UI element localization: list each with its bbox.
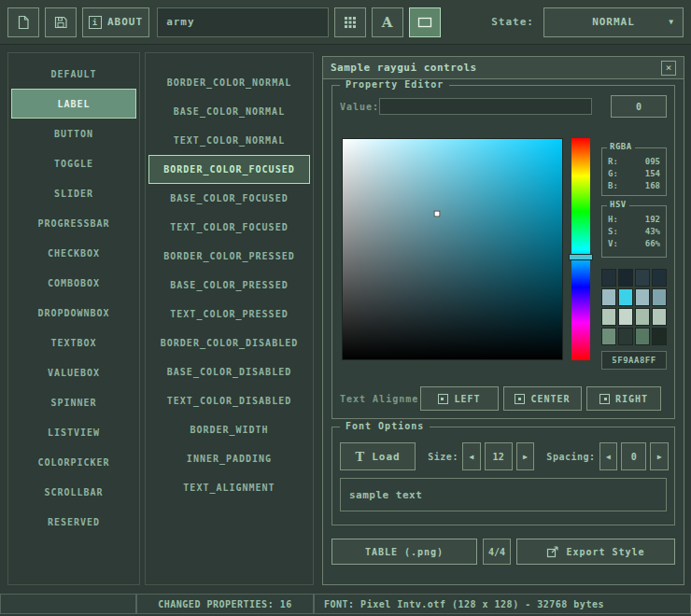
property-item-border-color-focused[interactable]: BORDER_COLOR_FOCUSED (148, 155, 310, 184)
control-item-default[interactable]: DEFAULT (11, 59, 136, 89)
style-name-input[interactable] (157, 7, 329, 37)
palette-swatch-4[interactable] (601, 288, 616, 306)
palette-swatch-9[interactable] (618, 308, 633, 326)
pages-value-box[interactable]: 4/4 (483, 539, 511, 565)
property-editor-title: Property Editor (340, 79, 449, 90)
style-table-button[interactable] (334, 7, 366, 37)
export-row: TABLE (.png) 4/4 Export Style (331, 539, 675, 565)
property-item-border-color-normal[interactable]: BORDER_COLOR_NORMAL (148, 68, 310, 97)
rgba-g-row: G:154 (606, 168, 662, 180)
hsv-v-row: V:66% (606, 238, 662, 250)
property-item-border-color-pressed[interactable]: BORDER_COLOR_PRESSED (148, 242, 310, 271)
status-font-info: FONT: Pixel Intv.otf (128 x 128) - 32768… (314, 594, 691, 614)
palette-swatch-11[interactable] (652, 308, 667, 326)
status-changed-properties: CHANGED PROPERTIES: 16 (136, 594, 314, 614)
spacing-decrease-button[interactable]: ◀ (599, 442, 618, 470)
table-format-button[interactable]: TABLE (.png) (331, 539, 477, 565)
sample-text-box[interactable]: sample text (340, 478, 667, 511)
palette-swatch-0[interactable] (601, 269, 616, 287)
palette-swatch-1[interactable] (618, 269, 633, 287)
spacing-value-box[interactable]: 0 (621, 442, 646, 470)
size-increase-button[interactable]: ▶ (516, 442, 535, 470)
file-icon (16, 15, 31, 30)
control-item-progressbar[interactable]: PROGRESSBAR (11, 208, 136, 238)
control-item-valuebox[interactable]: VALUEBOX (11, 357, 136, 387)
color-selector-dot[interactable] (434, 211, 441, 217)
font-row: T Load Size: ◀ 12 ▶ Spacing: ◀ 0 ▶ (340, 442, 669, 470)
controls-list: DEFAULTLABELBUTTONTOGGLESLIDERPROGRESSBA… (7, 52, 140, 585)
property-item-base-color-disabled[interactable]: BASE_COLOR_DISABLED (148, 357, 310, 386)
hsv-group: HSV H:192 S:43% V:66% (601, 205, 667, 258)
hue-slider[interactable] (571, 138, 590, 360)
align-right-button[interactable]: RIGHT (586, 386, 661, 411)
control-item-reserved[interactable]: RESERVED (11, 507, 136, 537)
font-view-button[interactable]: A (372, 7, 403, 37)
align-center-icon (515, 394, 525, 404)
palette-swatch-3[interactable] (652, 269, 667, 287)
text-alignment-label: Text Alignme (340, 394, 420, 404)
align-center-button[interactable]: CENTER (503, 386, 582, 411)
load-font-button[interactable]: T Load (340, 442, 416, 470)
hue-slider-handle[interactable] (569, 254, 593, 260)
palette-swatch-6[interactable] (635, 288, 650, 306)
value-box[interactable]: 0 (611, 95, 667, 118)
new-file-button[interactable] (7, 7, 39, 37)
state-dropdown[interactable]: NORMAL ▼ (543, 7, 684, 37)
property-item-inner-padding[interactable]: INNER_PADDING (148, 444, 310, 473)
size-decrease-button[interactable]: ◀ (462, 442, 481, 470)
control-item-label[interactable]: LABEL (11, 89, 136, 119)
palette-swatch-7[interactable] (652, 288, 667, 306)
property-item-base-color-focused[interactable]: BASE_COLOR_FOCUSED (148, 184, 310, 213)
controls-view-button[interactable] (409, 7, 441, 37)
spacing-label: Spacing: (546, 452, 595, 462)
property-item-text-color-focused[interactable]: TEXT_COLOR_FOCUSED (148, 213, 310, 242)
state-label: State: (491, 16, 534, 28)
about-button[interactable]: i ABOUT (82, 7, 149, 37)
property-item-text-alignment[interactable]: TEXT_ALIGNMENT (148, 473, 310, 502)
style-color-palette (601, 269, 667, 345)
control-item-toggle[interactable]: TOGGLE (11, 148, 136, 178)
status-box-empty (0, 594, 136, 614)
save-icon (53, 15, 68, 30)
control-item-checkbox[interactable]: CHECKBOX (11, 238, 136, 268)
palette-swatch-5[interactable] (618, 288, 633, 306)
window-titlebar[interactable]: Sample raygui controls × (323, 57, 684, 79)
palette-swatch-2[interactable] (635, 269, 650, 287)
palette-swatch-15[interactable] (652, 328, 667, 345)
property-item-border-color-disabled[interactable]: BORDER_COLOR_DISABLED (148, 329, 310, 357)
control-item-colorpicker[interactable]: COLORPICKER (11, 447, 136, 477)
export-style-button[interactable]: Export Style (516, 539, 675, 565)
color-saturation-panel[interactable] (342, 138, 563, 360)
property-item-border-width[interactable]: BORDER_WIDTH (148, 415, 310, 444)
palette-swatch-13[interactable] (618, 328, 633, 345)
rgba-r-row: R:095 (606, 156, 662, 168)
size-value-box[interactable]: 12 (485, 442, 513, 470)
spacing-increase-button[interactable]: ▶ (650, 442, 669, 470)
align-left-icon (438, 394, 448, 404)
align-left-button[interactable]: LEFT (420, 386, 499, 411)
control-item-textbox[interactable]: TEXTBOX (11, 328, 136, 357)
hex-value-box[interactable]: 5F9AA8FF (601, 351, 667, 370)
palette-swatch-8[interactable] (601, 308, 616, 326)
state-dropdown-value: NORMAL (592, 16, 635, 28)
control-item-dropdownbox[interactable]: DROPDOWNBOX (11, 298, 136, 328)
font-options-group: Font Options T Load Size: ◀ 12 ▶ Spacing… (331, 427, 675, 525)
save-file-button[interactable] (45, 7, 77, 37)
control-item-spinner[interactable]: SPINNER (11, 387, 136, 417)
close-icon[interactable]: × (661, 61, 676, 76)
palette-swatch-14[interactable] (635, 328, 650, 345)
control-item-button[interactable]: BUTTON (11, 119, 136, 148)
property-item-text-color-disabled[interactable]: TEXT_COLOR_DISABLED (148, 386, 310, 415)
control-item-slider[interactable]: SLIDER (11, 178, 136, 208)
property-editor-group: Property Editor Value: 0 RGBA R:095 G:15… (331, 85, 675, 419)
property-item-text-color-normal[interactable]: TEXT_COLOR_NORMAL (148, 126, 310, 155)
value-input[interactable] (379, 98, 592, 115)
palette-swatch-12[interactable] (601, 328, 616, 345)
palette-swatch-10[interactable] (635, 308, 650, 326)
property-item-base-color-pressed[interactable]: BASE_COLOR_PRESSED (148, 271, 310, 300)
control-item-scrollbar[interactable]: SCROLLBAR (11, 477, 136, 507)
property-item-text-color-pressed[interactable]: TEXT_COLOR_PRESSED (148, 300, 310, 329)
property-item-base-color-normal[interactable]: BASE_COLOR_NORMAL (148, 97, 310, 126)
control-item-listview[interactable]: LISTVIEW (11, 417, 136, 447)
control-item-combobox[interactable]: COMBOBOX (11, 268, 136, 298)
